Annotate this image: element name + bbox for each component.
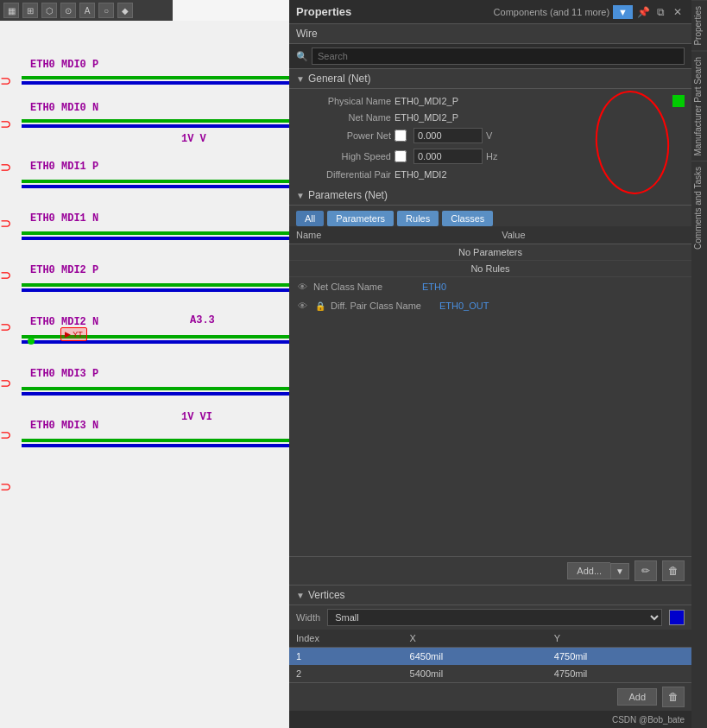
vertex-row-2[interactable]: 2 5400mil 4750mil — [289, 665, 691, 682]
parameters-section-title: Parameters (Net) — [308, 189, 388, 201]
toolbar-icon-2[interactable]: ⊞ — [22, 3, 38, 18]
vertices-delete-button[interactable]: 🗑 — [662, 687, 685, 707]
tab-rules[interactable]: Rules — [397, 211, 439, 226]
parameters-table: Name Value No Parameters No Rules — [289, 226, 691, 277]
side-tabs: Properties Manufacturer Part Search Comm… — [691, 0, 707, 728]
toolbar-icon-7[interactable]: ◆ — [117, 3, 133, 18]
tab-classes[interactable]: Classes — [442, 211, 493, 226]
spacer — [289, 315, 691, 556]
net-label-3: 1V V — [181, 133, 206, 145]
toolbar-icon-6[interactable]: ○ — [98, 3, 114, 18]
side-tab-manufacturer[interactable]: Manufacturer Part Search — [691, 51, 707, 161]
panel-header: Properties Components (and 11 more) ▼ 📌 … — [289, 0, 691, 24]
vertex-2-y: 4750mil — [547, 665, 691, 682]
parameters-tabs: All Parameters Rules Classes — [289, 206, 691, 226]
no-rules-text: No Rules — [289, 261, 691, 277]
col-index-header: Index — [289, 630, 403, 648]
wire-green-5 — [22, 283, 289, 287]
connector-3: ⊃ — [0, 159, 11, 175]
watermark-text: CSDN @Bob_bate — [612, 715, 685, 725]
edit-button[interactable]: ✏ — [634, 560, 657, 581]
wire-green-7 — [22, 387, 289, 390]
toolbar-icon-4[interactable]: ⊙ — [60, 3, 76, 18]
add-main-button[interactable]: Add... — [567, 562, 610, 579]
wire-blue-5 — [22, 288, 289, 292]
high-speed-checkbox[interactable] — [395, 150, 407, 162]
wire-green-4 — [22, 231, 289, 235]
vertex-2-index: 2 — [289, 665, 403, 682]
net-class-name-label: Net Class Name — [313, 282, 417, 292]
tab-all[interactable]: All — [296, 211, 324, 226]
tab-parameters[interactable]: Parameters — [327, 211, 394, 226]
watermark-bar: CSDN @Bob_bate — [289, 711, 691, 728]
header-icons: 📌 ⧉ ✕ — [636, 5, 685, 19]
side-tab-properties[interactable]: Properties — [691, 0, 707, 51]
wire-blue-1 — [22, 81, 289, 85]
net-name-label: Net Name — [296, 112, 391, 123]
vertices-arrow-icon: ▼ — [296, 591, 305, 600]
side-tab-comments[interactable]: Comments and Tasks — [691, 161, 707, 255]
high-speed-input[interactable] — [413, 149, 483, 164]
net-label-11: ETH0 MDI3 N — [30, 420, 98, 432]
vertex-row-1[interactable]: 1 6450mil 4750mil — [289, 648, 691, 666]
add-dropdown-button[interactable]: ▼ — [610, 563, 629, 579]
parameters-bottom-toolbar: Add... ▼ ✏ 🗑 — [289, 556, 691, 585]
diff-pair-class-value[interactable]: ETH0_OUT — [439, 301, 489, 311]
vertices-add-button[interactable]: Add — [617, 688, 657, 706]
vertex-1-y: 4750mil — [547, 648, 691, 666]
col-value-header: Value — [495, 226, 691, 244]
connector-4: ⊃ — [0, 215, 11, 231]
lock-icon: 🔒 — [315, 301, 325, 311]
wire-blue-8 — [22, 444, 289, 447]
wire-label-row: Wire — [289, 24, 691, 44]
eye-off-icon-1[interactable]: 👁 — [296, 281, 308, 293]
connector-2: ⊃ — [0, 116, 11, 132]
power-net-checkbox[interactable] — [395, 130, 407, 142]
physical-name-value: ETH0_MDI2_P — [395, 96, 669, 106]
toolbar-icon-3[interactable]: ⬡ — [41, 3, 57, 18]
general-section-header[interactable]: ▼ General (Net) — [289, 69, 691, 89]
power-net-row: Power Net V — [289, 125, 691, 146]
delete-button[interactable]: 🗑 — [662, 560, 685, 581]
net-label-2: ETH0 MDI0 N — [30, 102, 98, 114]
net-label-4: ETH0 MDI1 P — [30, 161, 98, 173]
panel-header-right: Components (and 11 more) ▼ 📌 ⧉ ✕ — [494, 5, 685, 19]
vertex-1-x: 6450mil — [403, 648, 547, 666]
parameters-arrow-icon: ▼ — [296, 191, 305, 200]
net-label-9: 1V VI — [181, 411, 212, 423]
search-input[interactable] — [312, 47, 685, 65]
col-x-header: X — [403, 630, 547, 648]
vertices-bottom-row: Add 🗑 — [289, 682, 691, 711]
class-row-1: 👁 Net Class Name ETH0 — [289, 277, 691, 296]
width-select[interactable]: Small Medium Large — [327, 609, 662, 626]
connector-9: ⊃ — [0, 478, 11, 495]
net-name-value: ETH0_MDI2_P — [395, 112, 685, 123]
net-label-6: A3.3 — [190, 314, 215, 326]
net-class-value[interactable]: ETH0 — [422, 282, 446, 292]
wire-green-8 — [22, 439, 289, 442]
parameters-section-header[interactable]: ▼ Parameters (Net) — [289, 186, 691, 206]
panel-main: Properties Components (and 11 more) ▼ 📌 … — [289, 0, 691, 728]
color-swatch[interactable] — [669, 610, 685, 625]
general-section-title: General (Net) — [308, 73, 371, 85]
properties-table: Physical Name ETH0_MDI2_P Net Name ETH0_… — [289, 89, 691, 186]
float-icon[interactable]: ⧉ — [653, 5, 667, 19]
class-row-2: 👁 🔒 Diff. Pair Class Name ETH0_OUT — [289, 296, 691, 315]
width-row: Width Small Medium Large — [289, 605, 691, 630]
wire-label: Wire — [296, 28, 318, 40]
connector-8: ⊃ — [0, 427, 11, 443]
net-label-1: ETH0 MDI0 P — [30, 59, 98, 71]
connector-6: ⊃ — [0, 319, 11, 335]
vertices-section-header[interactable]: ▼ Vertices — [289, 586, 691, 605]
diff-pair-label: Differential Pair — [296, 169, 391, 180]
toolbar-icon-5[interactable]: A — [79, 3, 95, 18]
close-icon[interactable]: ✕ — [671, 5, 685, 19]
pin-icon[interactable]: 📌 — [636, 5, 650, 19]
power-net-input[interactable] — [413, 128, 483, 143]
col-y-header: Y — [547, 630, 691, 648]
physical-name-row: Physical Name ETH0_MDI2_P — [289, 92, 691, 110]
connector-5: ⊃ — [0, 267, 11, 283]
toolbar-icon-1[interactable]: ▦ — [3, 3, 19, 18]
filter-button[interactable]: ▼ — [613, 5, 633, 19]
eye-off-icon-2[interactable]: 👁 — [296, 300, 308, 312]
